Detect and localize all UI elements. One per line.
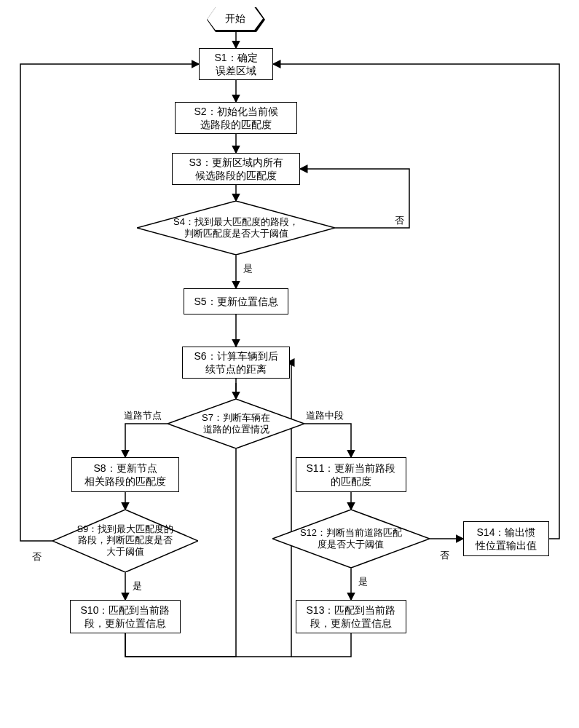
step-s11: S11：更新当前路段 的匹配度 xyxy=(296,457,406,492)
step-s13: S13：匹配到当前路 段，更新位置信息 xyxy=(296,600,406,633)
step-s2-text: S2：初始化当前候 选路段的匹配度 xyxy=(194,105,277,131)
start-label: 开始 xyxy=(207,7,263,30)
decision-s12: S12：判断当前道路匹配 度是否大于阈值 xyxy=(272,510,430,568)
step-s8-text: S8：更新节点 相关路段的匹配度 xyxy=(84,462,166,488)
step-s10-text: S10：匹配到当前路 段，更新位置信息 xyxy=(81,604,170,630)
step-s11-text: S11：更新当前路段 的匹配度 xyxy=(307,462,396,488)
label-s12-no: 否 xyxy=(438,549,451,562)
step-s1: S1：确定 误差区域 xyxy=(199,48,273,80)
step-s14-text: S14：输出惯 性位置输出值 xyxy=(476,526,537,552)
step-s8: S8：更新节点 相关路段的匹配度 xyxy=(71,457,179,492)
decision-s9-text: S9：找到最大匹配度的 路段，判断匹配度是否 大于阈值 xyxy=(77,524,173,558)
label-s7-right: 道路中段 xyxy=(304,409,345,422)
decision-s7: S7：判断车辆在 道路的位置情况 xyxy=(168,399,304,448)
label-s12-yes: 是 xyxy=(357,575,369,588)
label-s9-no: 否 xyxy=(31,550,43,563)
step-s6: S6：计算车辆到后 续节点的距离 xyxy=(182,347,290,379)
start-node: 开始 xyxy=(207,7,265,32)
step-s5-text: S5：更新位置信息 xyxy=(194,295,277,308)
step-s2: S2：初始化当前候 选路段的匹配度 xyxy=(175,102,297,134)
step-s13-text: S13：匹配到当前路 段，更新位置信息 xyxy=(307,604,396,630)
step-s3-text: S3：更新区域内所有 候选路段的匹配度 xyxy=(189,156,283,182)
label-s4-yes: 是 xyxy=(242,262,254,275)
decision-s12-text: S12：判断当前道路匹配 度是否大于阈值 xyxy=(300,527,402,551)
step-s3: S3：更新区域内所有 候选路段的匹配度 xyxy=(172,153,300,185)
label-s4-no: 否 xyxy=(393,214,406,227)
step-s10: S10：匹配到当前路 段，更新位置信息 xyxy=(70,600,181,633)
decision-s7-text: S7：判断车辆在 道路的位置情况 xyxy=(202,412,270,436)
step-s14: S14：输出惯 性位置输出值 xyxy=(463,521,549,556)
decision-s4: S4：找到最大匹配度的路段， 判断匹配度是否大于阈值 xyxy=(137,201,335,255)
step-s6-text: S6：计算车辆到后 续节点的距离 xyxy=(194,349,277,376)
step-s1-text: S1：确定 误差区域 xyxy=(214,51,257,77)
step-s5: S5：更新位置信息 xyxy=(184,288,288,314)
label-s7-left: 道路节点 xyxy=(122,409,163,422)
label-s9-yes: 是 xyxy=(131,579,143,593)
decision-s4-text: S4：找到最大匹配度的路段， 判断匹配度是否大于阈值 xyxy=(173,216,299,240)
decision-s9: S9：找到最大匹配度的 路段，判断匹配度是否 大于阈值 xyxy=(52,510,198,572)
